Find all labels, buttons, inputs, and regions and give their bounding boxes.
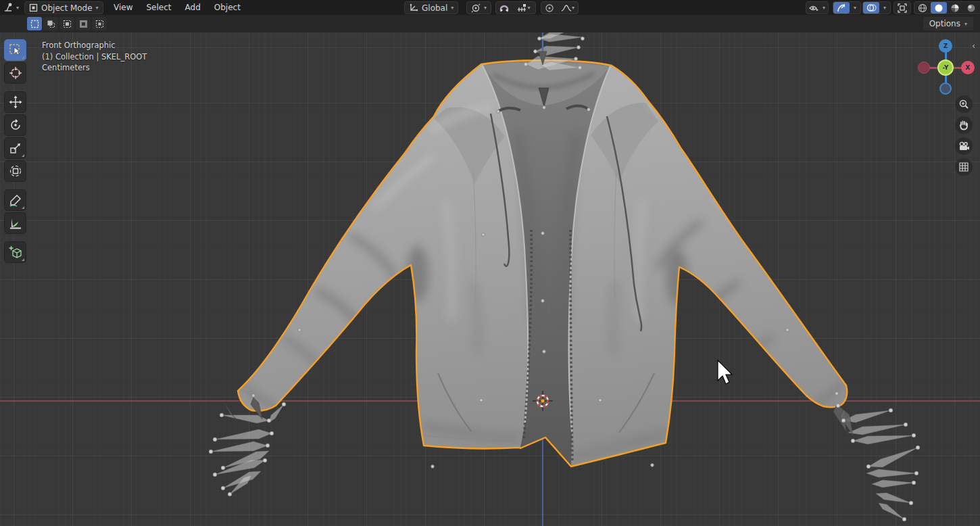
overlays-toggle-group: ▾ <box>862 0 891 15</box>
tool-annotate[interactable] <box>4 189 26 211</box>
gizmo-y-label: -Y <box>943 64 949 71</box>
select-mode-set[interactable] <box>27 17 42 30</box>
select-set-icon <box>30 20 39 28</box>
camera-icon <box>958 141 970 151</box>
solid-shading-icon <box>934 3 944 13</box>
proportional-group: ▾ <box>541 0 579 15</box>
toggle-xray-icon <box>898 3 907 13</box>
units-text: Centimeters <box>42 62 147 74</box>
select-invert-icon <box>79 20 88 28</box>
toolbar <box>4 39 27 263</box>
select-subtract-icon <box>63 20 72 28</box>
proportional-editing-icon <box>545 3 554 13</box>
pan-button[interactable] <box>955 116 973 134</box>
transform-orientation-icon <box>409 3 418 12</box>
xray-toggle[interactable] <box>893 0 911 15</box>
viewport-overlay-text: Front Orthographic (1) Collection | SKEL… <box>42 40 147 74</box>
wireframe-shading-icon <box>918 3 927 13</box>
camera-view-button[interactable] <box>955 137 973 155</box>
select-extend-icon <box>47 20 55 28</box>
falloff-dropdown[interactable]: ▾ <box>558 2 578 14</box>
select-mode-invert[interactable] <box>76 17 91 30</box>
snap-toggle-button[interactable] <box>496 2 512 14</box>
navigation-gizmo[interactable]: Z X -Y <box>918 38 975 96</box>
menu-add[interactable]: Add <box>180 3 206 12</box>
overlays-dropdown[interactable]: ▾ <box>879 2 890 14</box>
tool-add-cube[interactable] <box>4 241 26 263</box>
menu-view[interactable]: View <box>108 3 138 12</box>
annotate-pencil-icon <box>9 193 22 207</box>
gizmo-dropdown[interactable]: ▾ <box>850 2 860 14</box>
chevron-down-icon: ▾ <box>854 5 856 11</box>
gizmo-x-neg-axis[interactable] <box>918 62 930 74</box>
blender-window: ▾ Object Mode ▾ View Select Add Object <box>0 0 980 526</box>
select-mode-subtract[interactable] <box>59 17 74 30</box>
show-overlays-button[interactable] <box>863 2 879 14</box>
tool-select-box[interactable] <box>4 39 26 61</box>
measure-icon <box>9 216 22 230</box>
chevron-down-icon: ▾ <box>96 5 99 11</box>
sidebar-toggle-arrow[interactable]: ‹ <box>972 41 975 51</box>
3d-cursor-icon <box>9 66 22 80</box>
gizmo-z-neg-axis[interactable] <box>939 82 952 95</box>
gizmo-z-label: Z <box>944 43 948 49</box>
rotate-icon <box>9 118 22 132</box>
gizmo-x-axis[interactable]: X <box>961 61 975 74</box>
editor-type-3d-viewport-icon <box>3 3 14 12</box>
pivot-point-icon <box>471 3 481 13</box>
orientation-dropdown[interactable]: Global ▾ <box>404 0 458 15</box>
object-origin-dot <box>541 399 545 403</box>
snap-increment-icon <box>517 3 527 12</box>
gizmo-y-neg-axis[interactable]: -Y <box>937 59 954 76</box>
transform-icon <box>9 164 22 178</box>
chevron-down-icon: ▾ <box>572 5 574 11</box>
shading-wireframe-button[interactable] <box>914 2 931 14</box>
object-mode-icon <box>29 3 38 12</box>
tool-scale[interactable] <box>4 137 26 159</box>
shading-material-button[interactable] <box>947 2 963 14</box>
select-mode-extend[interactable] <box>43 17 58 30</box>
menu-select[interactable]: Select <box>141 3 176 12</box>
chevron-down-icon: ▾ <box>964 21 967 27</box>
mouse-cursor <box>718 360 732 384</box>
tool-measure[interactable] <box>4 212 26 234</box>
show-gizmo-button[interactable] <box>833 2 850 14</box>
viewport-header: ▾ Object Mode ▾ View Select Add Object <box>0 0 980 15</box>
visibility-dropdown[interactable]: ▾ <box>806 0 829 15</box>
mode-dropdown[interactable]: Object Mode ▾ <box>24 0 103 15</box>
rendered-shading-icon <box>966 3 976 13</box>
chevron-down-icon: ▾ <box>823 5 825 11</box>
pivot-point-dropdown[interactable]: ▾ <box>466 0 491 15</box>
snap-magnet-icon <box>499 3 509 13</box>
gizmo-z-axis[interactable]: Z <box>939 39 952 53</box>
snap-group: ▾ <box>495 0 536 15</box>
material-preview-shading-icon <box>950 3 960 13</box>
viewport-3d-scene[interactable] <box>0 0 980 526</box>
select-mode-group <box>27 17 107 30</box>
menu-object[interactable]: Object <box>209 3 246 12</box>
select-box-icon <box>9 43 22 57</box>
editor-type-button[interactable]: ▾ <box>3 0 19 15</box>
options-label: Options <box>929 19 960 28</box>
zoom-button[interactable] <box>955 95 973 113</box>
add-cube-icon <box>9 245 22 259</box>
tool-transform[interactable] <box>4 160 26 182</box>
scale-icon <box>9 141 22 155</box>
zoom-magnifier-icon <box>958 99 969 110</box>
show-overlays-icon <box>866 3 877 12</box>
shading-solid-button[interactable] <box>931 2 947 14</box>
options-button[interactable]: Options ▾ <box>923 17 973 30</box>
view-name-text: Front Orthographic <box>42 40 147 51</box>
shading-rendered-button[interactable] <box>963 2 979 14</box>
shading-mode-group: ▾ <box>914 0 980 15</box>
tool-rotate[interactable] <box>4 114 26 136</box>
snap-target-dropdown[interactable]: ▾ <box>512 2 535 14</box>
toggle-orthographic-button[interactable] <box>955 158 973 176</box>
tool-move[interactable] <box>4 91 26 113</box>
proportional-editing-button[interactable] <box>541 2 558 14</box>
hand-pan-icon <box>958 120 969 130</box>
select-mode-intersect[interactable] <box>92 17 107 30</box>
tool-cursor[interactable] <box>4 62 26 84</box>
move-icon <box>9 95 22 109</box>
chevron-down-icon: ▾ <box>16 5 19 11</box>
